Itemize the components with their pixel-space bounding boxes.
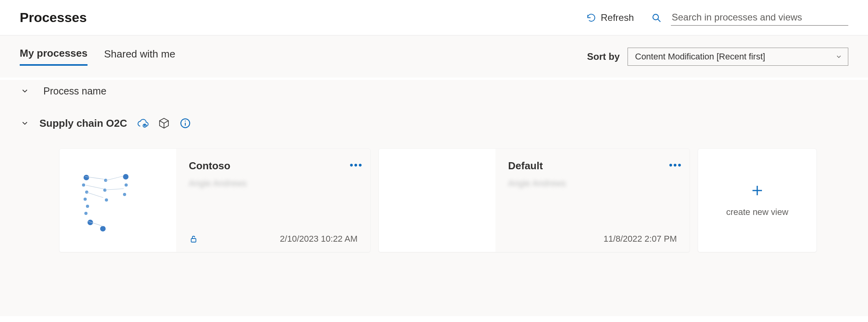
card-footer: 11/8/2022 2:07 PM <box>508 234 677 244</box>
sort-dropdown[interactable]: Content Modification [Recent first] <box>628 48 848 66</box>
card-owner: Angie Andrews <box>189 178 358 189</box>
sort-wrap: Sort by Content Modification [Recent fir… <box>587 48 848 66</box>
svg-rect-6 <box>191 239 196 242</box>
card-date: 11/8/2022 2:07 PM <box>604 234 677 244</box>
tab-shared-with-me[interactable]: Shared with me <box>104 47 175 66</box>
header-actions: Refresh <box>587 9 848 26</box>
graph-thumbnail <box>76 167 159 234</box>
card-thumbnail <box>379 149 495 252</box>
svg-point-5 <box>184 120 186 122</box>
sort-label: Sort by <box>587 51 620 62</box>
chevron-down-icon <box>835 53 842 60</box>
cards-row: Contoso Angie Andrews ••• 2/10/2023 10:2… <box>59 148 848 252</box>
card-body: Contoso Angie Andrews ••• 2/10/2023 10:2… <box>176 149 370 252</box>
view-card[interactable]: Default Angie Andrews ••• 11/8/2022 2:07… <box>378 148 690 252</box>
refresh-button[interactable]: Refresh <box>587 12 634 23</box>
search-icon[interactable] <box>651 13 661 23</box>
sub-header: My processes Shared with me Sort by Cont… <box>0 35 868 78</box>
content-area: Process name Supply chain O2C <box>0 80 868 316</box>
card-more-button[interactable]: ••• <box>669 159 680 170</box>
package-icon[interactable] <box>158 117 170 129</box>
card-more-button[interactable]: ••• <box>350 159 361 170</box>
app-header: Processes Refresh <box>0 0 868 35</box>
card-footer: 2/10/2023 10:22 AM <box>189 234 358 244</box>
sort-selected-value: Content Modification [Recent first] <box>635 52 765 62</box>
column-collapse-toggle[interactable] <box>20 86 30 96</box>
tabs: My processes Shared with me <box>20 47 175 66</box>
card-title: Default <box>508 160 677 172</box>
svg-line-1 <box>658 19 660 21</box>
process-collapse-toggle[interactable] <box>20 118 30 128</box>
card-body: Default Angie Andrews ••• 11/8/2022 2:07… <box>495 149 689 252</box>
column-header-process-name: Process name <box>43 85 106 97</box>
column-header-row: Process name <box>20 80 848 102</box>
search-input[interactable] <box>671 9 848 26</box>
cloud-upload-icon[interactable] <box>137 117 149 129</box>
tab-my-processes[interactable]: My processes <box>20 47 88 66</box>
plus-icon <box>750 183 764 198</box>
lock-icon <box>189 234 198 244</box>
card-title: Contoso <box>189 160 358 172</box>
card-owner: Angie Andrews <box>508 178 677 189</box>
search-wrap <box>651 9 848 26</box>
refresh-label: Refresh <box>601 12 634 23</box>
refresh-icon <box>587 13 596 22</box>
process-row: Supply chain O2C <box>20 112 848 134</box>
svg-point-0 <box>653 14 658 20</box>
process-name[interactable]: Supply chain O2C <box>39 117 127 130</box>
info-icon[interactable] <box>179 117 191 129</box>
create-new-view-label: create new view <box>726 207 788 217</box>
page-title: Processes <box>20 10 87 25</box>
create-new-view-card[interactable]: create new view <box>698 148 817 252</box>
card-thumbnail <box>60 149 176 252</box>
card-date: 2/10/2023 10:22 AM <box>280 234 358 244</box>
view-card[interactable]: Contoso Angie Andrews ••• 2/10/2023 10:2… <box>59 148 371 252</box>
